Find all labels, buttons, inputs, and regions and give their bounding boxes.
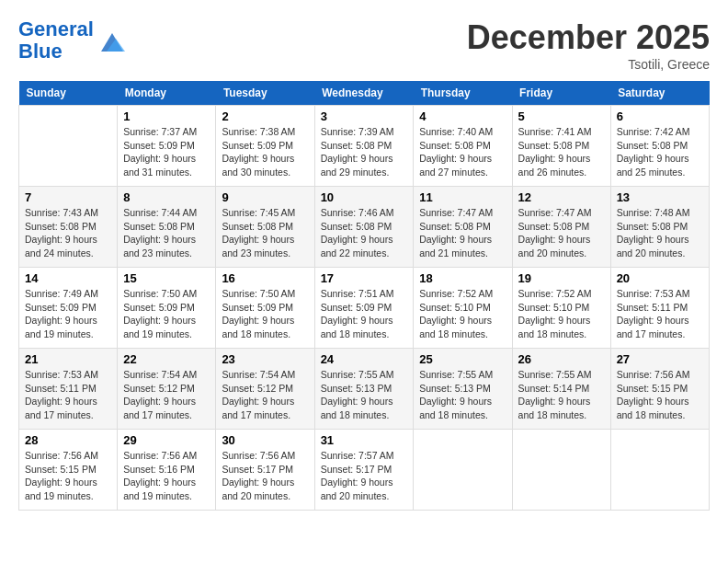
day-info: Sunrise: 7:42 AM Sunset: 5:08 PM Dayligh… [617,125,703,179]
title-block: December 2025 Tsotili, Greece [467,18,710,72]
daylight: Daylight: 9 hours and 26 minutes. [518,153,591,178]
sunset: Sunset: 5:09 PM [123,302,195,313]
sunrise: Sunrise: 7:39 AM [321,126,394,137]
calendar-cell: 13 Sunrise: 7:48 AM Sunset: 5:08 PM Dayl… [610,187,709,268]
page-header: General Blue December 2025 Tsotili, Gree… [18,18,710,72]
weekday-header-friday: Friday [512,81,610,106]
daylight: Daylight: 9 hours and 17 minutes. [123,396,196,420]
day-info: Sunrise: 7:50 AM Sunset: 5:09 PM Dayligh… [222,287,308,341]
sunrise: Sunrise: 7:44 AM [123,207,197,218]
sunset: Sunset: 5:08 PM [518,140,590,151]
calendar-cell: 19 Sunrise: 7:52 AM Sunset: 5:10 PM Dayl… [512,268,610,349]
day-info: Sunrise: 7:40 AM Sunset: 5:08 PM Dayligh… [419,125,506,179]
daylight: Daylight: 9 hours and 19 minutes. [25,315,97,339]
calendar-cell: 20 Sunrise: 7:53 AM Sunset: 5:11 PM Dayl… [610,268,709,349]
daylight: Daylight: 9 hours and 30 minutes. [222,153,294,178]
sunset: Sunset: 5:12 PM [123,383,195,394]
sunrise: Sunrise: 7:57 AM [321,450,394,461]
day-number: 10 [321,190,408,204]
sunrise: Sunrise: 7:37 AM [123,126,197,137]
day-info: Sunrise: 7:53 AM Sunset: 5:11 PM Dayligh… [617,287,703,341]
sunset: Sunset: 5:08 PM [222,221,293,232]
sunset: Sunset: 5:14 PM [518,383,590,394]
calendar-cell: 30 Sunrise: 7:56 AM Sunset: 5:17 PM Dayl… [216,430,314,511]
daylight: Daylight: 9 hours and 17 minutes. [25,396,97,420]
sunrise: Sunrise: 7:47 AM [419,207,493,218]
daylight: Daylight: 9 hours and 18 minutes. [518,315,591,339]
daylight: Daylight: 9 hours and 18 minutes. [617,396,689,420]
logo-icon [97,26,127,55]
calendar-table: SundayMondayTuesdayWednesdayThursdayFrid… [18,81,710,511]
daylight: Daylight: 9 hours and 17 minutes. [617,315,689,339]
day-info: Sunrise: 7:56 AM Sunset: 5:15 PM Dayligh… [25,449,111,503]
sunset: Sunset: 5:09 PM [222,302,293,313]
day-number: 12 [518,190,605,204]
daylight: Daylight: 9 hours and 27 minutes. [419,153,492,178]
sunrise: Sunrise: 7:50 AM [222,288,295,299]
sunrise: Sunrise: 7:55 AM [419,369,493,380]
sunset: Sunset: 5:09 PM [321,302,392,313]
sunrise: Sunrise: 7:41 AM [518,126,592,137]
day-info: Sunrise: 7:56 AM Sunset: 5:17 PM Dayligh… [222,449,308,503]
daylight: Daylight: 9 hours and 18 minutes. [321,396,393,420]
sunrise: Sunrise: 7:56 AM [222,450,295,461]
day-info: Sunrise: 7:39 AM Sunset: 5:08 PM Dayligh… [321,125,408,179]
sunset: Sunset: 5:08 PM [321,140,392,151]
sunset: Sunset: 5:09 PM [25,302,97,313]
sunrise: Sunrise: 7:45 AM [222,207,295,218]
calendar-week-1: 1 Sunrise: 7:37 AM Sunset: 5:09 PM Dayli… [19,106,710,187]
sunrise: Sunrise: 7:53 AM [617,288,690,299]
daylight: Daylight: 9 hours and 20 minutes. [321,477,393,501]
sunrise: Sunrise: 7:55 AM [321,369,394,380]
day-number: 23 [222,352,308,366]
day-info: Sunrise: 7:52 AM Sunset: 5:10 PM Dayligh… [419,287,506,341]
sunrise: Sunrise: 7:48 AM [617,207,690,218]
day-info: Sunrise: 7:57 AM Sunset: 5:17 PM Dayligh… [321,449,408,503]
day-info: Sunrise: 7:55 AM Sunset: 5:13 PM Dayligh… [419,368,506,422]
weekday-header-monday: Monday [118,81,216,106]
day-number: 24 [321,352,408,366]
calendar-cell: 17 Sunrise: 7:51 AM Sunset: 5:09 PM Dayl… [314,268,414,349]
day-info: Sunrise: 7:46 AM Sunset: 5:08 PM Dayligh… [321,206,408,260]
calendar-cell: 2 Sunrise: 7:38 AM Sunset: 5:09 PM Dayli… [216,106,314,187]
calendar-cell: 9 Sunrise: 7:45 AM Sunset: 5:08 PM Dayli… [216,187,314,268]
day-number: 13 [617,190,703,204]
day-number: 29 [123,433,210,447]
sunset: Sunset: 5:15 PM [617,383,688,394]
weekday-header-wednesday: Wednesday [314,81,414,106]
sunset: Sunset: 5:17 PM [222,464,293,475]
calendar-cell: 11 Sunrise: 7:47 AM Sunset: 5:08 PM Dayl… [414,187,512,268]
day-info: Sunrise: 7:44 AM Sunset: 5:08 PM Dayligh… [123,206,210,260]
sunrise: Sunrise: 7:56 AM [123,450,197,461]
sunset: Sunset: 5:09 PM [123,140,195,151]
weekday-header-sunday: Sunday [19,81,118,106]
daylight: Daylight: 9 hours and 23 minutes. [123,234,196,259]
daylight: Daylight: 9 hours and 20 minutes. [518,234,591,259]
day-number: 18 [419,271,506,285]
calendar-week-5: 28 Sunrise: 7:56 AM Sunset: 5:15 PM Dayl… [19,430,710,511]
calendar-body: 1 Sunrise: 7:37 AM Sunset: 5:09 PM Dayli… [19,106,710,511]
calendar-cell: 24 Sunrise: 7:55 AM Sunset: 5:13 PM Dayl… [314,349,414,430]
day-info: Sunrise: 7:50 AM Sunset: 5:09 PM Dayligh… [123,287,210,341]
calendar-cell [610,430,709,511]
day-number: 27 [617,352,703,366]
day-number: 11 [419,190,506,204]
sunrise: Sunrise: 7:52 AM [419,288,493,299]
day-info: Sunrise: 7:41 AM Sunset: 5:08 PM Dayligh… [518,125,605,179]
sunset: Sunset: 5:08 PM [25,221,97,232]
calendar-cell: 21 Sunrise: 7:53 AM Sunset: 5:11 PM Dayl… [19,349,118,430]
day-number: 22 [123,352,210,366]
sunset: Sunset: 5:08 PM [321,221,392,232]
day-number: 28 [25,433,111,447]
logo-general: General [18,17,94,40]
sunset: Sunset: 5:15 PM [25,464,97,475]
day-info: Sunrise: 7:48 AM Sunset: 5:08 PM Dayligh… [617,206,703,260]
sunrise: Sunrise: 7:54 AM [222,369,295,380]
day-info: Sunrise: 7:37 AM Sunset: 5:09 PM Dayligh… [123,125,210,179]
day-info: Sunrise: 7:55 AM Sunset: 5:13 PM Dayligh… [321,368,408,422]
calendar-cell: 23 Sunrise: 7:54 AM Sunset: 5:12 PM Dayl… [216,349,314,430]
daylight: Daylight: 9 hours and 24 minutes. [25,234,97,259]
calendar-cell: 7 Sunrise: 7:43 AM Sunset: 5:08 PM Dayli… [19,187,118,268]
day-info: Sunrise: 7:38 AM Sunset: 5:09 PM Dayligh… [222,125,308,179]
day-info: Sunrise: 7:47 AM Sunset: 5:08 PM Dayligh… [518,206,605,260]
